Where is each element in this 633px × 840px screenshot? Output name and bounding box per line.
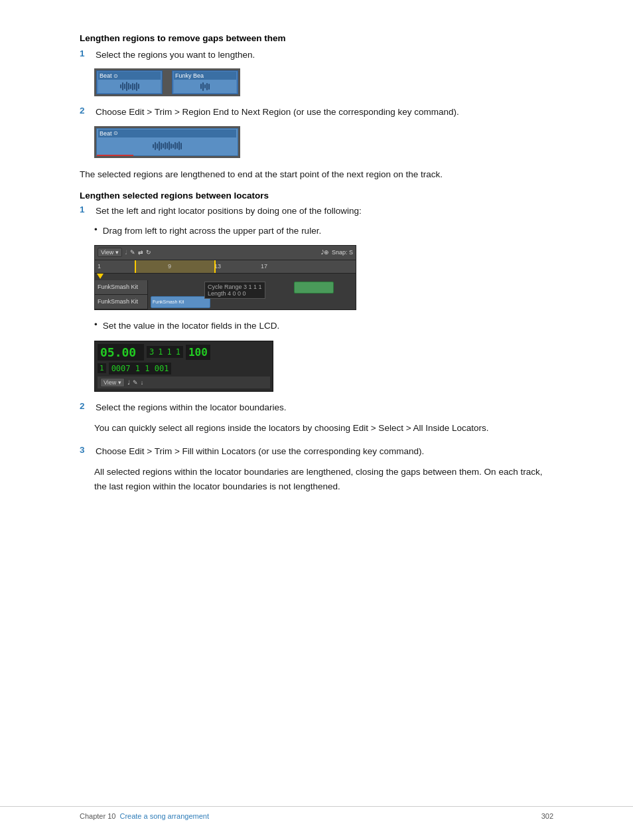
cycle-range-text: Cycle Range 3 1 1 1 xyxy=(208,284,262,290)
step-number-3b: 3 xyxy=(80,445,93,455)
footer-link[interactable]: Create a song arrangement xyxy=(119,812,209,820)
bar xyxy=(130,84,131,89)
waveform-bars-1 xyxy=(120,80,139,92)
length-indicator xyxy=(97,155,133,156)
track-label-text-2: FunkSmash Kit xyxy=(98,298,138,305)
lcd-display: 05.00 3 1 1 1 100 1 0007 1 1 xyxy=(94,341,273,392)
track-region-label-blue-2: FunkSmash Kit xyxy=(153,299,184,304)
bar xyxy=(124,84,125,89)
merged-icon: ⊙ xyxy=(113,130,118,136)
page: Lengthen regions to remove gaps between … xyxy=(0,0,633,840)
lcd-pos-4: 1 xyxy=(176,347,180,357)
lcd-small-1: 1 xyxy=(98,363,106,373)
lcd-row-2: 1 0007 1 1 001 xyxy=(98,363,270,375)
bar xyxy=(208,84,210,90)
merged-region-header: Beat ⊙ xyxy=(98,129,236,137)
lcd-loc-1: 0007 xyxy=(111,364,131,373)
page-footer: Chapter 10 Create a song arrangement 302 xyxy=(0,806,633,820)
region-2-name: Funky Bea xyxy=(175,72,204,79)
body-text-3: All selected regions within the locator … xyxy=(94,465,553,493)
merged-waveform xyxy=(98,137,236,155)
bullet-2: • Set the value in the locator fields in… xyxy=(94,319,553,333)
lcd-toolbar: View ▾ ♩ ✎ ↓ xyxy=(98,377,270,388)
bar xyxy=(134,84,135,90)
lcd-loc-4: 001 xyxy=(155,364,169,373)
ruler-view: View ▾ ♩ ✎ ⇄ ↻ 𝅘𝅥𝅮 ⊕ Snap: S 1 9 13 17 xyxy=(94,245,356,310)
step-text-1b: Set the left and right locator positions… xyxy=(96,205,362,218)
lcd-pos-1: 3 xyxy=(149,347,154,357)
bar xyxy=(155,142,156,150)
track-label-2: FunkSmash Kit xyxy=(95,295,148,309)
screenshot-3: View ▾ ♩ ✎ ⇄ ↻ 𝅘𝅥𝅮 ⊕ Snap: S 1 9 13 17 xyxy=(94,245,553,310)
footer-left: Chapter 10 Create a song arrangement xyxy=(80,812,209,820)
merged-region-name: Beat xyxy=(100,130,112,137)
lcd-loc-3: 1 xyxy=(145,364,149,373)
right-locator xyxy=(214,260,216,273)
merged-region: Beat ⊙ xyxy=(96,128,238,156)
bar xyxy=(167,143,168,149)
step-number-2b: 2 xyxy=(80,401,93,411)
bar xyxy=(163,143,164,148)
playhead xyxy=(97,274,104,279)
pencil-icon: ✎ xyxy=(130,249,135,256)
lcd-pencil-icon: ✎ xyxy=(133,379,138,386)
plus-icon: ⊕ xyxy=(324,249,329,256)
footer-page-number: 302 xyxy=(541,812,553,820)
bar xyxy=(138,84,139,89)
bar xyxy=(204,84,206,88)
gap-1 xyxy=(165,70,170,94)
loop-icon: ⇄ xyxy=(138,249,143,256)
bar xyxy=(173,144,174,148)
body-text-1: The selected regions are lengthened to e… xyxy=(80,167,553,182)
ruler-num-9: 9 xyxy=(168,263,171,270)
track-content-1: Cycle Range 3 1 1 1 Length 4 0 0 0 xyxy=(148,280,356,295)
view-button[interactable]: View ▾ xyxy=(98,248,122,257)
bar xyxy=(200,84,202,89)
heading-1: Lengthen regions to remove gaps between … xyxy=(80,33,553,43)
bar xyxy=(176,143,178,149)
cycle-range xyxy=(135,260,214,273)
lcd-view-btn[interactable]: View ▾ xyxy=(100,378,125,387)
region-1-header: Beat ⊙ xyxy=(98,72,161,80)
track-label-text-1: FunkSmash Kit xyxy=(98,284,138,290)
ruler-num-17: 17 xyxy=(261,263,267,270)
track-label-1: FunkSmash Kit xyxy=(95,280,148,294)
cycle-info: Cycle Range 3 1 1 1 Length 4 0 0 0 xyxy=(204,282,265,299)
track-row-1: FunkSmash Kit Cycle Range 3 1 1 1 Length… xyxy=(95,280,356,295)
track-region-green xyxy=(294,282,334,294)
arrow-icon: ↻ xyxy=(146,249,151,256)
bar xyxy=(165,142,166,149)
screenshot-4: 05.00 3 1 1 1 100 1 0007 1 1 xyxy=(94,341,553,392)
bar xyxy=(169,141,170,150)
step-text-1a: Select the regions you want to lengthen. xyxy=(96,48,255,62)
heading-2: Lengthen selected regions between locato… xyxy=(80,191,553,201)
bar xyxy=(159,141,160,151)
bar xyxy=(122,82,123,90)
lcd-pos-2: 1 xyxy=(158,347,163,357)
cycle-length-text: Length 4 0 0 0 xyxy=(208,290,262,297)
bullet-dot-1: • xyxy=(94,224,98,234)
step-number-1a: 1 xyxy=(80,48,93,58)
bar xyxy=(206,83,208,90)
regions-after: Beat ⊙ xyxy=(94,126,240,158)
lcd-time: 05.00 xyxy=(98,344,144,361)
step-1b: 1 Set the left and right locator positio… xyxy=(80,205,553,218)
lcd-music-icon: ♩ xyxy=(127,379,130,386)
step-1a: 1 Select the regions you want to lengthe… xyxy=(80,48,553,62)
step-number-2a: 2 xyxy=(80,106,93,116)
lcd-bpm: 100 xyxy=(186,345,210,360)
screenshot-1: Beat ⊙ xyxy=(94,68,553,96)
region-1-icon: ⊙ xyxy=(113,73,118,79)
bullet-text-1: Drag from left to right across the upper… xyxy=(103,224,321,238)
bar xyxy=(202,82,204,91)
lcd-locator: 0007 1 1 001 xyxy=(109,363,172,375)
regions-before: Beat ⊙ xyxy=(94,68,240,96)
region-1-name: Beat xyxy=(100,72,112,79)
region-2-waveform xyxy=(174,80,236,93)
bar xyxy=(120,84,121,88)
step-text-2a: Choose Edit > Trim > Region End to Next … xyxy=(96,106,459,119)
region-2-header: Funky Bea xyxy=(174,72,236,80)
step-text-3b: Choose Edit > Trim > Fill within Locator… xyxy=(96,445,424,458)
ruler-num-1: 1 xyxy=(98,263,101,270)
bar xyxy=(157,143,158,149)
